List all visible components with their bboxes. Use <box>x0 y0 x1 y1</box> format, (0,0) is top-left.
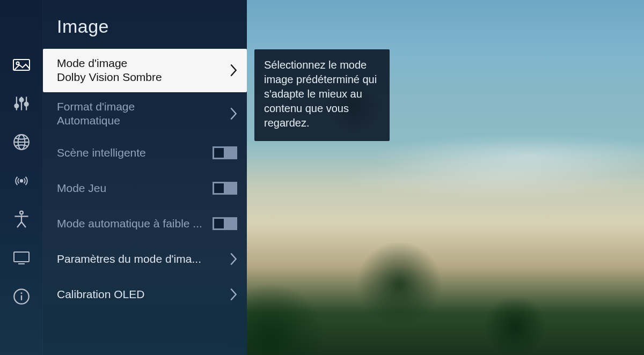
menu-item-picture-mode[interactable]: Mode d'image Dolby Vision Sombre <box>43 49 247 92</box>
menu-item-label: Format d'image <box>57 100 135 113</box>
toggle-knob <box>214 183 224 193</box>
svg-line-15 <box>17 222 21 227</box>
svg-rect-17 <box>14 252 29 262</box>
toggle-knob <box>214 148 224 158</box>
settings-panel: Image Mode d'image Dolby Vision Sombre F… <box>43 0 247 355</box>
chevron-right-icon <box>230 106 237 121</box>
globe-icon[interactable] <box>13 134 30 151</box>
svg-point-3 <box>14 104 18 108</box>
svg-point-12 <box>20 211 23 214</box>
tooltip-text: Sélectionnez le mode image prédéterminé … <box>264 59 377 129</box>
menu-item-label: Calibration OLED <box>57 287 224 301</box>
chevron-right-icon <box>230 63 237 78</box>
accessibility-icon[interactable] <box>13 211 30 228</box>
menu-item-label-group: Format d'image Automatique <box>57 100 224 128</box>
svg-point-11 <box>20 180 23 182</box>
menu-item-oled-calibration[interactable]: Calibration OLED <box>43 277 247 312</box>
image-icon[interactable] <box>13 56 30 73</box>
info-icon[interactable] <box>13 288 30 305</box>
toggle-knob <box>214 219 224 228</box>
menu-item-value: Automatique <box>57 114 224 128</box>
chevron-right-icon <box>230 252 237 267</box>
category-rail <box>0 0 43 355</box>
display-icon[interactable] <box>13 249 30 267</box>
panel-title: Image <box>43 0 247 49</box>
menu-item-label: Scène intelligente <box>57 146 207 160</box>
menu-item-game-mode[interactable]: Mode Jeu <box>43 171 247 206</box>
broadcast-icon[interactable] <box>13 172 30 189</box>
sliders-icon[interactable] <box>13 95 30 112</box>
chevron-right-icon <box>230 287 237 302</box>
toggle-switch[interactable] <box>213 182 237 195</box>
tv-settings-screen: Image Mode d'image Dolby Vision Sombre F… <box>0 0 644 355</box>
svg-point-1 <box>16 62 19 64</box>
svg-point-7 <box>25 102 28 106</box>
menu-item-value: Dolby Vision Sombre <box>57 70 224 84</box>
svg-point-5 <box>20 98 24 102</box>
svg-point-20 <box>21 292 23 294</box>
menu-item-picture-format[interactable]: Format d'image Automatique <box>43 92 247 136</box>
menu-item-smart-scene[interactable]: Scène intelligente <box>43 135 247 171</box>
menu-item-label: Mode automatique à faible ... <box>57 217 207 231</box>
menu-item-label-group: Mode d'image Dolby Vision Sombre <box>57 56 224 85</box>
menu-item-label: Mode Jeu <box>57 181 207 195</box>
toggle-switch[interactable] <box>213 146 237 159</box>
menu-item-label: Mode d'image <box>57 57 127 69</box>
help-tooltip: Sélectionnez le mode image prédéterminé … <box>254 49 390 141</box>
menu-item-label: Paramètres du mode d'ima... <box>57 252 224 266</box>
svg-line-16 <box>21 222 26 227</box>
menu-item-auto-low-mode[interactable]: Mode automatique à faible ... <box>43 206 247 241</box>
toggle-switch[interactable] <box>213 217 237 230</box>
menu-item-picture-mode-settings[interactable]: Paramètres du mode d'ima... <box>43 241 247 277</box>
